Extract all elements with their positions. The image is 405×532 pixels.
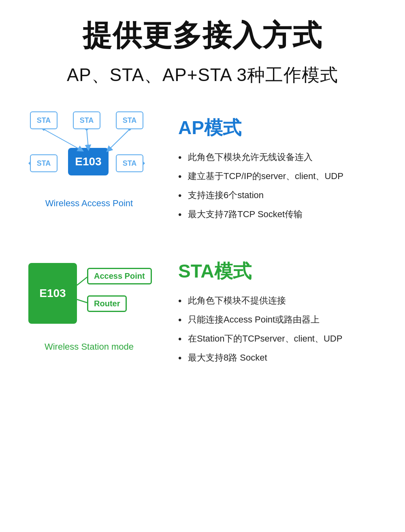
ap-diagram-arrows bbox=[24, 111, 154, 192]
ap-section: STA STA STA STA STA E103 bbox=[20, 111, 385, 226]
svg-line-1 bbox=[87, 129, 88, 148]
ap-mode-title: AP模式 bbox=[178, 115, 385, 141]
sta-mode-title: STA模式 bbox=[178, 259, 385, 284]
ap-bullet-4: 最大支持7路TCP Socket传输 bbox=[178, 207, 385, 221]
ap-bullet-3: 支持连接6个station bbox=[178, 188, 385, 202]
sta-bullet-list: 此角色下模块不提供连接 只能连接Access Point或路由器上 在Stati… bbox=[178, 294, 385, 364]
svg-line-0 bbox=[44, 129, 81, 150]
sub-title: AP、STA、AP+STA 3种工作模式 bbox=[20, 63, 385, 87]
sta-content: STA模式 此角色下模块不提供连接 只能连接Access Point或路由器上 … bbox=[178, 255, 385, 370]
sta-section: E103 Access Point Router Wireless Statio… bbox=[20, 255, 385, 370]
ap-diagram-label: Wireless Access Point bbox=[45, 198, 133, 209]
sta-diagram-label: Wireless Station mode bbox=[45, 342, 134, 352]
ap-bullet-1: 此角色下模块允许无线设备连入 bbox=[178, 150, 385, 164]
page: 提供更多接入方式 AP、STA、AP+STA 3种工作模式 STA STA ST… bbox=[0, 0, 405, 423]
ap-diagram-container: STA STA STA STA STA E103 bbox=[20, 111, 158, 209]
sta-diagram-lines bbox=[24, 255, 154, 336]
ap-bullet-2: 建立基于TCP/IP的server、client、UDP bbox=[178, 169, 385, 183]
sta-bullet-1: 此角色下模块不提供连接 bbox=[178, 294, 385, 307]
svg-line-3 bbox=[77, 277, 87, 285]
ap-diagram: STA STA STA STA STA E103 bbox=[24, 111, 154, 192]
ap-bullet-list: 此角色下模块允许无线设备连入 建立基于TCP/IP的server、client、… bbox=[178, 150, 385, 221]
svg-line-2 bbox=[109, 129, 130, 150]
ap-content: AP模式 此角色下模块允许无线设备连入 建立基于TCP/IP的server、cl… bbox=[178, 111, 385, 226]
sta-diagram-container: E103 Access Point Router Wireless Statio… bbox=[20, 255, 158, 352]
sta-bullet-3: 在Station下的TCPserver、client、UDP bbox=[178, 332, 385, 345]
sta-bullet-2: 只能连接Access Point或路由器上 bbox=[178, 313, 385, 326]
sta-bullet-4: 最大支持8路 Socket bbox=[178, 351, 385, 364]
sta-diagram: E103 Access Point Router bbox=[24, 255, 154, 336]
svg-line-4 bbox=[77, 299, 87, 303]
main-title: 提供更多接入方式 bbox=[20, 16, 385, 55]
